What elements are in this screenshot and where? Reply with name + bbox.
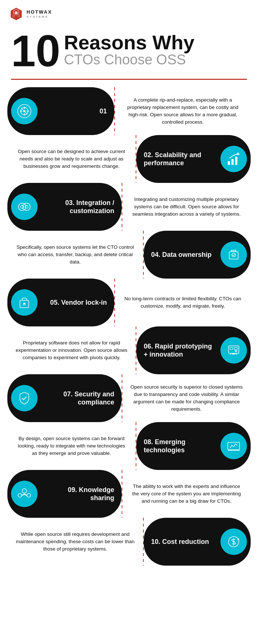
- svg-rect-24: [234, 347, 237, 350]
- svg-point-25: [235, 350, 237, 352]
- pill-label-07: 07. Security and compliance: [43, 390, 114, 407]
- text-01: A complete rip-and-replace, especially w…: [115, 87, 251, 135]
- pill-09: 09. Knowledge sharing: [7, 470, 122, 518]
- title-divider: [11, 79, 247, 80]
- pill-label-04: 04. Data ownership: [151, 251, 215, 259]
- data-ownership-icon: [226, 247, 241, 262]
- pill-06: 06. Rapid prototyping + innovation: [136, 326, 251, 374]
- text-05: No long-term contracts or limited flexib…: [115, 279, 251, 326]
- svg-point-5: [18, 15, 20, 17]
- integration-icon: [17, 199, 32, 214]
- security-icon: [17, 391, 32, 406]
- logo-icon: [9, 7, 24, 21]
- text-04: Specifically, open source systems let th…: [7, 231, 143, 279]
- scalability-icon: [226, 152, 241, 166]
- title-line1: Reasons Why: [64, 32, 194, 52]
- text-08: By design, open source systems can be fo…: [7, 422, 136, 470]
- text-06: Proprietary software does not allow for …: [7, 326, 136, 374]
- text-03: Integrating and customizing multiple pro…: [122, 183, 251, 231]
- items-container: 01 A complete rip-and-replace, especiall…: [0, 87, 258, 577]
- row-07: 07. Security and compliance Open source …: [7, 374, 251, 422]
- prototyping-icon: [226, 343, 241, 358]
- svg-point-15: [21, 205, 24, 208]
- row-10: While open source still requires develop…: [7, 518, 251, 566]
- pill-label-10: 10. Cost reduction: [151, 538, 215, 546]
- logo-name: HOTWAX: [27, 10, 52, 15]
- svg-rect-11: [235, 157, 237, 165]
- icon-circle-03: [11, 194, 38, 220]
- pill-04: 04. Data ownership: [144, 231, 251, 279]
- text-10: While open source still requires develop…: [7, 518, 143, 566]
- svg-point-8: [23, 110, 25, 112]
- pill-07: 07. Security and compliance: [7, 374, 122, 422]
- text-09: The ability to work with the experts and…: [122, 470, 251, 518]
- row-08: By design, open source systems can be fo…: [7, 422, 251, 470]
- pill-10: 10. Cost reduction: [144, 518, 251, 566]
- icon-circle-05: [11, 289, 38, 316]
- icon-circle-08: [220, 433, 247, 459]
- svg-point-4: [13, 15, 15, 17]
- header: HOTWAX SYSTEMS: [0, 0, 258, 25]
- icon-circle-10: [220, 528, 247, 555]
- cost-reduction-icon: [226, 534, 241, 549]
- title-text-block: Reasons Why CTOs Choose OSS: [64, 29, 194, 68]
- svg-point-14: [23, 203, 30, 210]
- svg-point-13: [18, 203, 26, 210]
- logo: HOTWAX SYSTEMS: [9, 7, 52, 21]
- svg-rect-23: [230, 347, 233, 350]
- svg-rect-26: [228, 442, 240, 450]
- svg-rect-9: [228, 161, 230, 165]
- emerging-tech-icon: [226, 439, 241, 453]
- pill-01: 01: [7, 87, 114, 135]
- svg-point-27: [22, 489, 27, 493]
- svg-point-28: [18, 493, 22, 497]
- svg-rect-10: [231, 159, 234, 165]
- title-line2: CTOs Choose OSS: [64, 52, 194, 68]
- icon-circle-04: [220, 241, 247, 268]
- pill-05: 05. Vendor lock-in: [7, 279, 114, 326]
- svg-point-16: [25, 205, 28, 208]
- pill-label-01: 01: [43, 107, 107, 116]
- pill-08: 08. Emerging technologies: [136, 422, 251, 470]
- pill-label-06: 06. Rapid prototyping + innovation: [144, 342, 215, 359]
- text-02: Open source can be designed to achieve c…: [7, 135, 136, 183]
- pill-label-05: 05. Vendor lock-in: [43, 298, 107, 307]
- title-section: 10 Reasons Why CTOs Choose OSS: [0, 25, 258, 77]
- pill-label-09: 09. Knowledge sharing: [43, 486, 114, 502]
- legacy-icon: [17, 104, 32, 118]
- svg-point-3: [15, 11, 18, 14]
- row-01: 01 A complete rip-and-replace, especiall…: [7, 87, 251, 135]
- icon-circle-01: [11, 98, 38, 124]
- vendor-lockin-icon: [17, 295, 32, 310]
- pill-03: 03. Integration / customization: [7, 183, 122, 231]
- row-09: 09. Knowledge sharing The ability to wor…: [7, 470, 251, 518]
- logo-sub: SYSTEMS: [27, 15, 52, 18]
- row-02: Open source can be designed to achieve c…: [7, 135, 251, 183]
- row-06: Proprietary software does not allow for …: [7, 326, 251, 374]
- icon-circle-02: [220, 146, 247, 172]
- pill-label-03: 03. Integration / customization: [43, 199, 114, 215]
- row-03: 03. Integration / customization Integrat…: [7, 183, 251, 231]
- icon-circle-07: [11, 385, 38, 411]
- pill-02: 02. Scalability and performance: [136, 135, 251, 183]
- knowledge-sharing-icon: [17, 486, 32, 501]
- svg-point-29: [27, 493, 31, 497]
- pill-label-02: 02. Scalability and performance: [144, 151, 215, 167]
- row-05: 05. Vendor lock-in No long-term contract…: [7, 279, 251, 326]
- text-07: Open source security is superior to clos…: [122, 374, 251, 422]
- pill-label-08: 08. Emerging technologies: [144, 438, 215, 454]
- icon-circle-09: [11, 481, 38, 507]
- row-04: Specifically, open source systems let th…: [7, 231, 251, 279]
- icon-circle-06: [220, 337, 247, 364]
- title-number: 10: [11, 29, 60, 73]
